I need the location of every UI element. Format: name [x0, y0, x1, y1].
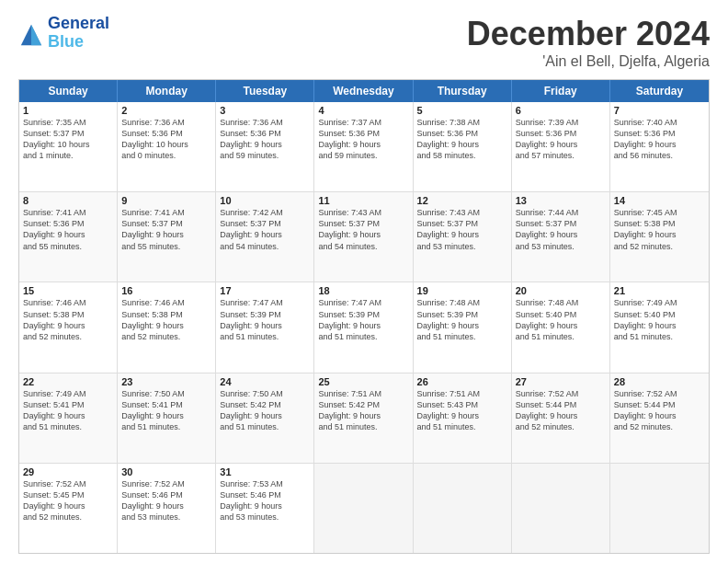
day-number: 30 — [121, 466, 211, 477]
cal-cell-day-28: 28Sunrise: 7:52 AM Sunset: 5:44 PM Dayli… — [610, 373, 709, 463]
cal-cell-day-21: 21Sunrise: 7:49 AM Sunset: 5:40 PM Dayli… — [610, 282, 709, 372]
day-info: Sunrise: 7:37 AM Sunset: 5:36 PM Dayligh… — [318, 117, 408, 162]
cal-cell-day-14: 14Sunrise: 7:45 AM Sunset: 5:38 PM Dayli… — [610, 192, 709, 282]
cal-cell-day-23: 23Sunrise: 7:50 AM Sunset: 5:41 PM Dayli… — [118, 373, 216, 463]
day-info: Sunrise: 7:39 AM Sunset: 5:36 PM Dayligh… — [516, 117, 606, 162]
cal-cell-day-16: 16Sunrise: 7:46 AM Sunset: 5:38 PM Dayli… — [118, 282, 216, 372]
day-number: 8 — [23, 195, 113, 206]
cal-cell-day-27: 27Sunrise: 7:52 AM Sunset: 5:44 PM Dayli… — [512, 373, 610, 463]
cal-cell-day-7: 7Sunrise: 7:40 AM Sunset: 5:36 PM Daylig… — [610, 102, 709, 191]
day-info: Sunrise: 7:47 AM Sunset: 5:39 PM Dayligh… — [318, 297, 408, 342]
cal-row-1: 1Sunrise: 7:35 AM Sunset: 5:37 PM Daylig… — [19, 102, 709, 192]
cal-cell-day-20: 20Sunrise: 7:48 AM Sunset: 5:40 PM Dayli… — [512, 282, 610, 372]
day-info: Sunrise: 7:51 AM Sunset: 5:42 PM Dayligh… — [318, 388, 408, 433]
cal-cell-day-17: 17Sunrise: 7:47 AM Sunset: 5:39 PM Dayli… — [216, 282, 314, 372]
title-block: December 2024 'Ain el Bell, Djelfa, Alge… — [467, 15, 710, 70]
day-info: Sunrise: 7:40 AM Sunset: 5:36 PM Dayligh… — [614, 117, 705, 162]
day-number: 10 — [220, 195, 310, 206]
weekday-header-thursday: Thursday — [414, 80, 512, 102]
cal-cell-day-22: 22Sunrise: 7:49 AM Sunset: 5:41 PM Dayli… — [19, 373, 118, 463]
day-number: 28 — [614, 376, 705, 387]
svg-marker-1 — [31, 25, 41, 45]
day-number: 13 — [516, 195, 606, 206]
day-number: 5 — [417, 105, 507, 116]
day-info: Sunrise: 7:47 AM Sunset: 5:39 PM Dayligh… — [220, 297, 310, 342]
cal-cell-day-5: 5Sunrise: 7:38 AM Sunset: 5:36 PM Daylig… — [414, 102, 512, 191]
day-info: Sunrise: 7:48 AM Sunset: 5:39 PM Dayligh… — [417, 297, 507, 342]
cal-cell-day-25: 25Sunrise: 7:51 AM Sunset: 5:42 PM Dayli… — [314, 373, 413, 463]
day-info: Sunrise: 7:52 AM Sunset: 5:45 PM Dayligh… — [23, 478, 113, 523]
day-info: Sunrise: 7:49 AM Sunset: 5:41 PM Dayligh… — [23, 388, 113, 433]
cal-cell-empty — [314, 464, 413, 553]
weekday-header-saturday: Saturday — [610, 80, 709, 102]
day-number: 18 — [318, 285, 408, 296]
cal-cell-day-9: 9Sunrise: 7:41 AM Sunset: 5:37 PM Daylig… — [118, 192, 216, 282]
cal-cell-day-31: 31Sunrise: 7:53 AM Sunset: 5:46 PM Dayli… — [216, 464, 314, 553]
day-number: 1 — [23, 105, 113, 116]
weekday-header-wednesday: Wednesday — [314, 80, 413, 102]
day-number: 6 — [516, 105, 606, 116]
day-number: 9 — [121, 195, 211, 206]
cal-cell-day-24: 24Sunrise: 7:50 AM Sunset: 5:42 PM Dayli… — [216, 373, 314, 463]
cal-cell-empty — [610, 464, 709, 553]
day-info: Sunrise: 7:36 AM Sunset: 5:36 PM Dayligh… — [121, 117, 211, 162]
cal-cell-day-19: 19Sunrise: 7:48 AM Sunset: 5:39 PM Dayli… — [414, 282, 512, 372]
day-number: 27 — [516, 376, 606, 387]
day-info: Sunrise: 7:51 AM Sunset: 5:43 PM Dayligh… — [417, 388, 507, 433]
day-info: Sunrise: 7:41 AM Sunset: 5:36 PM Dayligh… — [23, 207, 113, 252]
logo-icon — [18, 22, 44, 48]
day-number: 3 — [220, 105, 310, 116]
day-number: 14 — [614, 195, 705, 206]
cal-cell-empty — [512, 464, 610, 553]
cal-row-3: 15Sunrise: 7:46 AM Sunset: 5:38 PM Dayli… — [19, 282, 709, 373]
day-info: Sunrise: 7:52 AM Sunset: 5:44 PM Dayligh… — [516, 388, 606, 433]
cal-cell-day-2: 2Sunrise: 7:36 AM Sunset: 5:36 PM Daylig… — [118, 102, 216, 191]
day-number: 19 — [417, 285, 507, 296]
day-number: 20 — [516, 285, 606, 296]
day-info: Sunrise: 7:43 AM Sunset: 5:37 PM Dayligh… — [318, 207, 408, 252]
cal-cell-day-6: 6Sunrise: 7:39 AM Sunset: 5:36 PM Daylig… — [512, 102, 610, 191]
cal-cell-day-12: 12Sunrise: 7:43 AM Sunset: 5:37 PM Dayli… — [414, 192, 512, 282]
page: General Blue December 2024 'Ain el Bell,… — [0, 0, 728, 563]
calendar: SundayMondayTuesdayWednesdayThursdayFrid… — [18, 79, 710, 554]
day-info: Sunrise: 7:48 AM Sunset: 5:40 PM Dayligh… — [516, 297, 606, 342]
day-number: 25 — [318, 376, 408, 387]
cal-row-4: 22Sunrise: 7:49 AM Sunset: 5:41 PM Dayli… — [19, 373, 709, 464]
calendar-header: SundayMondayTuesdayWednesdayThursdayFrid… — [19, 80, 709, 102]
weekday-header-sunday: Sunday — [19, 80, 118, 102]
cal-row-5: 29Sunrise: 7:52 AM Sunset: 5:45 PM Dayli… — [19, 464, 709, 553]
cal-cell-day-15: 15Sunrise: 7:46 AM Sunset: 5:38 PM Dayli… — [19, 282, 118, 372]
day-info: Sunrise: 7:52 AM Sunset: 5:46 PM Dayligh… — [121, 478, 211, 523]
day-info: Sunrise: 7:50 AM Sunset: 5:41 PM Dayligh… — [121, 388, 211, 433]
logo-line2: Blue — [48, 33, 109, 52]
cal-cell-day-3: 3Sunrise: 7:36 AM Sunset: 5:36 PM Daylig… — [216, 102, 314, 191]
cal-cell-day-26: 26Sunrise: 7:51 AM Sunset: 5:43 PM Dayli… — [414, 373, 512, 463]
cal-cell-day-11: 11Sunrise: 7:43 AM Sunset: 5:37 PM Dayli… — [314, 192, 413, 282]
day-number: 24 — [220, 376, 310, 387]
weekday-header-tuesday: Tuesday — [216, 80, 314, 102]
cal-cell-day-4: 4Sunrise: 7:37 AM Sunset: 5:36 PM Daylig… — [314, 102, 413, 191]
day-info: Sunrise: 7:45 AM Sunset: 5:38 PM Dayligh… — [614, 207, 705, 252]
day-number: 31 — [220, 466, 310, 477]
cal-cell-day-10: 10Sunrise: 7:42 AM Sunset: 5:37 PM Dayli… — [216, 192, 314, 282]
day-number: 23 — [121, 376, 211, 387]
day-number: 17 — [220, 285, 310, 296]
weekday-header-monday: Monday — [118, 80, 216, 102]
weekday-header-friday: Friday — [512, 80, 610, 102]
day-number: 4 — [318, 105, 408, 116]
day-number: 11 — [318, 195, 408, 206]
header: General Blue December 2024 'Ain el Bell,… — [18, 15, 710, 70]
day-info: Sunrise: 7:53 AM Sunset: 5:46 PM Dayligh… — [220, 478, 310, 523]
logo-text: General Blue — [48, 15, 109, 52]
cal-cell-day-30: 30Sunrise: 7:52 AM Sunset: 5:46 PM Dayli… — [118, 464, 216, 553]
cal-cell-day-29: 29Sunrise: 7:52 AM Sunset: 5:45 PM Dayli… — [19, 464, 118, 553]
cal-cell-day-18: 18Sunrise: 7:47 AM Sunset: 5:39 PM Dayli… — [314, 282, 413, 372]
day-info: Sunrise: 7:36 AM Sunset: 5:36 PM Dayligh… — [220, 117, 310, 162]
cal-cell-day-1: 1Sunrise: 7:35 AM Sunset: 5:37 PM Daylig… — [19, 102, 118, 191]
logo-line1: General — [48, 15, 109, 33]
day-info: Sunrise: 7:44 AM Sunset: 5:37 PM Dayligh… — [516, 207, 606, 252]
cal-row-2: 8Sunrise: 7:41 AM Sunset: 5:36 PM Daylig… — [19, 192, 709, 282]
day-info: Sunrise: 7:50 AM Sunset: 5:42 PM Dayligh… — [220, 388, 310, 433]
day-number: 12 — [417, 195, 507, 206]
cal-cell-day-13: 13Sunrise: 7:44 AM Sunset: 5:37 PM Dayli… — [512, 192, 610, 282]
